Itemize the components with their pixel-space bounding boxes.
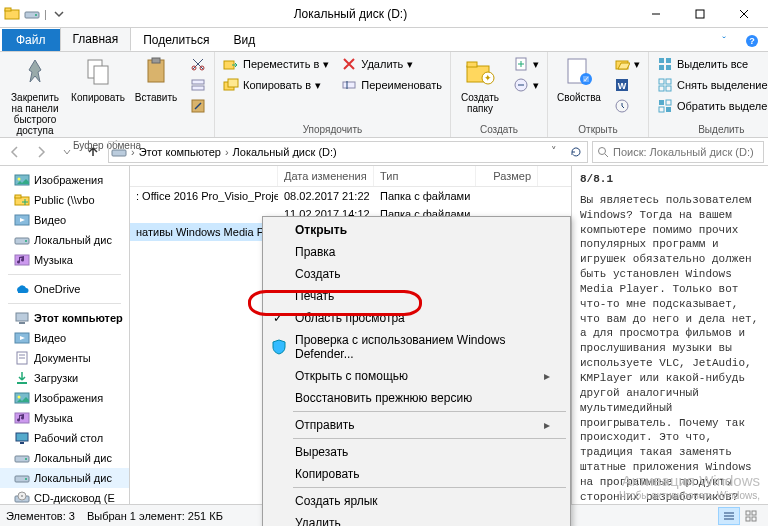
- chevron-down-icon[interactable]: [51, 6, 67, 22]
- tree-item[interactable]: Документы: [0, 348, 129, 368]
- collapse-ribbon-button[interactable]: ˇ: [714, 31, 734, 51]
- table-row[interactable]: : Office 2016 Pro_Visio_Project08.02.201…: [130, 187, 571, 205]
- search-input[interactable]: [613, 146, 759, 158]
- tab-share[interactable]: Поделиться: [131, 29, 221, 51]
- downloads-icon: [14, 370, 30, 386]
- col-size[interactable]: Размер: [476, 166, 538, 186]
- onedrive-icon: [14, 281, 30, 297]
- svg-point-79: [21, 495, 23, 497]
- menu-item[interactable]: ✓Область просмотра: [265, 307, 568, 329]
- easy-access-button[interactable]: ▾: [509, 75, 543, 95]
- tree-item[interactable]: Локальный дис: [0, 230, 129, 250]
- tree-item[interactable]: Рабочий стол: [0, 428, 129, 448]
- tree-item[interactable]: OneDrive: [0, 279, 129, 299]
- tab-view[interactable]: Вид: [221, 29, 267, 51]
- addr-dropdown-button[interactable]: ˅: [545, 141, 563, 163]
- menu-item[interactable]: Отправить▸: [265, 414, 568, 436]
- help-button[interactable]: ?: [742, 31, 762, 51]
- svg-point-54: [18, 178, 21, 181]
- music-icon: [14, 410, 30, 426]
- menu-item[interactable]: Вырезать: [265, 441, 568, 463]
- new-item-icon: [513, 56, 529, 72]
- copy-icon: [82, 56, 114, 88]
- menu-item[interactable]: Печать: [265, 285, 568, 307]
- invert-selection-button[interactable]: Обратить выделение: [653, 96, 768, 116]
- back-button[interactable]: [4, 141, 26, 163]
- tree-item[interactable]: Public (\\vbo: [0, 190, 129, 210]
- delete-button[interactable]: Удалить ▾: [337, 54, 446, 74]
- tree-item[interactable]: Изображения: [0, 388, 129, 408]
- file-tab[interactable]: Файл: [2, 29, 60, 51]
- move-to-button[interactable]: Переместить в ▾: [219, 54, 333, 74]
- menu-item[interactable]: Правка: [265, 241, 568, 263]
- tree-item[interactable]: Музыка: [0, 408, 129, 428]
- history-small-button[interactable]: [610, 96, 644, 116]
- tree-item-label: Изображения: [34, 392, 103, 404]
- paste-shortcut-small-button[interactable]: [186, 96, 210, 116]
- menu-item-label: Отправить: [295, 418, 355, 432]
- recent-locations-button[interactable]: [56, 141, 78, 163]
- col-name[interactable]: [130, 166, 278, 186]
- breadcrumb[interactable]: Этот компьютер: [139, 146, 221, 158]
- menu-item[interactable]: Открыть с помощью▸: [265, 365, 568, 387]
- pin-to-quick-access-button[interactable]: Закрепить на панели быстрого доступа: [4, 54, 66, 138]
- search-box[interactable]: [592, 141, 764, 163]
- tab-home[interactable]: Главная: [60, 27, 132, 51]
- menu-item[interactable]: Проверка с использованием Windows Defend…: [265, 329, 568, 365]
- copy-to-button[interactable]: Копировать в ▾: [219, 75, 333, 95]
- maximize-button[interactable]: [678, 0, 722, 28]
- tree-item[interactable]: Изображения: [0, 170, 129, 190]
- tree-item-label: Локальный дис: [34, 472, 112, 484]
- properties-button[interactable]: ✓ Свойства: [552, 54, 606, 105]
- menu-item[interactable]: Создать: [265, 263, 568, 285]
- chevron-right-icon[interactable]: ›: [131, 146, 135, 158]
- breadcrumb[interactable]: Локальный диск (D:): [233, 146, 337, 158]
- cut-small-button[interactable]: [186, 54, 210, 74]
- column-headers[interactable]: Дата изменения Тип Размер: [130, 166, 571, 187]
- menu-item[interactable]: Восстановить прежнюю версию: [265, 387, 568, 409]
- tree-item[interactable]: Этот компьютер: [0, 308, 129, 328]
- tree-item[interactable]: Локальный дис: [0, 468, 129, 488]
- edit-small-button[interactable]: W: [610, 75, 644, 95]
- svg-point-74: [25, 458, 27, 460]
- svg-point-59: [25, 240, 27, 242]
- tree-item[interactable]: Локальный дис: [0, 448, 129, 468]
- select-all-button[interactable]: Выделить все: [653, 54, 768, 74]
- col-type[interactable]: Тип: [374, 166, 476, 186]
- svg-rect-17: [192, 86, 204, 90]
- select-none-button[interactable]: Снять выделение: [653, 75, 768, 95]
- paste-button[interactable]: Вставить: [130, 54, 182, 105]
- tree-item[interactable]: Музыка: [0, 250, 129, 270]
- menu-item[interactable]: Открыть: [265, 219, 568, 241]
- file-list[interactable]: Дата изменения Тип Размер : Office 2016 …: [130, 166, 572, 504]
- svg-rect-41: [666, 65, 671, 70]
- rename-button[interactable]: Переименовать: [337, 75, 446, 95]
- menu-item[interactable]: Копировать: [265, 463, 568, 485]
- navigation-tree[interactable]: ИзображенияPublic (\\vboВидеоЛокальный д…: [0, 166, 130, 504]
- new-item-button[interactable]: ▾: [509, 54, 543, 74]
- menu-item[interactable]: Удалить: [265, 512, 568, 526]
- tree-item[interactable]: Видео: [0, 328, 129, 348]
- quick-access-toolbar: |: [4, 6, 67, 22]
- svg-line-52: [605, 154, 608, 157]
- tree-item-label: Видео: [34, 332, 66, 344]
- tree-item[interactable]: Загрузки: [0, 368, 129, 388]
- chevron-right-icon[interactable]: ›: [225, 146, 229, 158]
- copy-button[interactable]: Копировать: [70, 54, 126, 105]
- thumbnails-view-button[interactable]: [740, 507, 762, 525]
- new-folder-button[interactable]: ✦ Создать папку: [455, 54, 505, 116]
- details-view-button[interactable]: [718, 507, 740, 525]
- context-menu[interactable]: ОткрытьПравкаСоздатьПечать✓Область просм…: [262, 216, 571, 526]
- copy-path-small-button[interactable]: [186, 75, 210, 95]
- forward-button[interactable]: [30, 141, 52, 163]
- close-button[interactable]: [722, 0, 766, 28]
- address-bar[interactable]: › Этот компьютер › Локальный диск (D:) ˅: [108, 141, 588, 163]
- up-button[interactable]: [82, 141, 104, 163]
- menu-item[interactable]: Создать ярлык: [265, 490, 568, 512]
- tree-item[interactable]: CD-дисковод (E: [0, 488, 129, 504]
- minimize-button[interactable]: [634, 0, 678, 28]
- open-small-button[interactable]: ▾: [610, 54, 644, 74]
- col-date[interactable]: Дата изменения: [278, 166, 374, 186]
- refresh-button[interactable]: [567, 141, 585, 163]
- tree-item[interactable]: Видео: [0, 210, 129, 230]
